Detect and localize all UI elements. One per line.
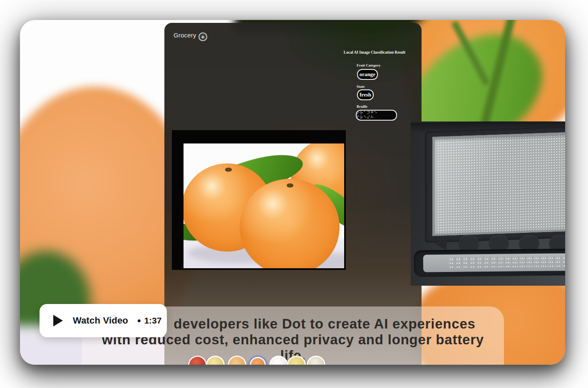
fruit-category-label: Fruit Category [357, 63, 381, 67]
state-value-badge: fresh [357, 89, 374, 100]
tangerines-photo [184, 143, 344, 268]
tangerine-front [240, 179, 340, 268]
add-item-button[interactable]: + [198, 32, 207, 41]
video-preview-card[interactable]: Grocery + Local AI Image Classification … [20, 20, 565, 365]
video-duration: 1:37 [144, 316, 161, 326]
result-panel-title: Local AI Image Classification Result [343, 50, 406, 54]
braille-line-dots [449, 256, 565, 269]
braille-line-display [423, 253, 565, 272]
fruit-category-value-badge: orange [357, 69, 378, 80]
tangerine-stem-nub [225, 168, 232, 172]
device-button [519, 235, 539, 250]
device-button [549, 235, 565, 250]
play-icon [53, 315, 63, 326]
device-button [459, 235, 479, 250]
classified-image-frame [172, 130, 346, 270]
app-title: Grocery [174, 32, 196, 39]
braille-line-recess [414, 249, 565, 277]
caption-line-1: developers like Dot to create AI experie… [114, 316, 536, 332]
braille-value-badge: ⠕⠗⠁⠝⠛⠑ ⠋⠗⠑⠎⠓ [356, 110, 397, 121]
dot-pad-braille-device-photo [411, 121, 565, 286]
device-button [489, 235, 509, 250]
watch-video-label: Watch Video [73, 315, 128, 326]
state-label: State [357, 84, 365, 89]
device-left-arrow-button [434, 236, 447, 250]
app-window-header: Grocery + [164, 23, 422, 43]
duration-bullet: • [137, 315, 141, 326]
braille-label: Braille [357, 104, 367, 109]
page: Grocery + Local AI Image Classification … [0, 0, 588, 388]
tactile-dot-display [432, 132, 565, 236]
tangerine-stem-nub [287, 183, 293, 188]
watch-video-button[interactable]: Watch Video • 1:37 [40, 304, 167, 337]
